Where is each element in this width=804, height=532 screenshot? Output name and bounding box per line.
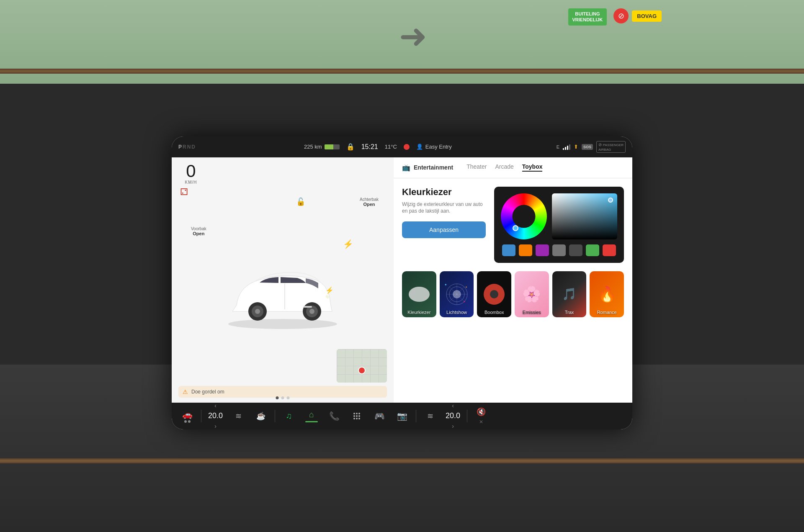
svg-text:✦: ✦ [463,300,466,303]
svg-text:✦: ✦ [465,286,467,288]
swatch-green[interactable] [586,244,599,256]
vol-x-mark: ✕ [479,419,483,425]
volume-button[interactable]: 🔇 ✕ [471,407,492,425]
easy-entry-text: Easy Entry [425,144,452,150]
entertainment-icon: 📺 [402,164,410,172]
lock-icon[interactable]: 🔒 [346,143,355,151]
svg-text:⚡: ⚡ [325,286,334,294]
cup-holder-button[interactable]: ☕ [250,411,271,421]
phone-icon: 📞 [329,411,340,421]
status-bar-center: 225 km 🔒 15:21 11°C 👤 Easy Entry [204,143,551,151]
map-thumbnail[interactable] [337,349,387,383]
airbag-icon: ⊘ PASSENGERAIRBAG [596,141,626,153]
toybox-item-trax[interactable]: 🎵 Trax [552,271,587,317]
signal-bar-1 [563,148,564,150]
cup-icon: ☕ [256,411,265,421]
toybox-item-emissies[interactable]: 🌸 Emissies [515,271,549,317]
prnd-text: P [178,144,183,150]
seat-heat-left-icon: ≋ [235,411,242,421]
kleurkiezer-desc: Wijzig de exterieurkleur van uw auto en … [402,201,486,215]
toybox-item-kleurkiezer[interactable]: Kleurkiezer [402,271,436,317]
swatch-red[interactable] [603,244,616,256]
more-button[interactable] [346,411,367,421]
sos-badge[interactable]: SOS [582,144,593,150]
swatch-gray[interactable] [552,244,566,256]
e-label: E [557,144,559,149]
temp-left-up[interactable]: › [214,423,216,429]
range-bar [325,144,340,149]
swatch-orange[interactable] [519,244,532,256]
speed-display: 0 KM/H [178,162,204,185]
toybox-item-romance[interactable]: 🔥 Romance [590,271,624,317]
color-wheel-wrap[interactable] [501,193,547,239]
swatch-purple[interactable] [536,244,549,256]
arrow-sign: ➜ [399,17,427,56]
tab-theater[interactable]: Theater [466,163,487,172]
temp-right-control[interactable]: ‹ 20.0 › [442,402,464,429]
swatch-darkgray[interactable] [569,244,582,256]
color-wheel[interactable] [501,193,547,239]
temp-left-down[interactable]: ‹ [214,402,216,409]
spotify-button[interactable]: ♫ [278,411,299,421]
temp-left-control[interactable]: ‹ 20.0 › [205,402,226,429]
temp-right-up[interactable]: › [452,423,454,429]
bottom-bar: 🚗 ‹ 20.0 › ≋ ☕ [172,403,632,429]
color-swatches [501,244,617,256]
games-button[interactable]: 🎮 [369,411,390,421]
seat-heat-left-button[interactable]: ≋ [228,411,249,421]
svg-text:✦: ✦ [444,283,447,287]
voorbak-label: Voorbak Open [191,226,206,236]
color-wheel-area [501,193,617,239]
record-dot[interactable] [404,144,410,150]
prnd-display: PRND [178,144,196,150]
tab-arcade[interactable]: Arcade [495,163,513,172]
left-panel: 0 KM/H ⚁ Voorbak Open Achterbak Open [172,157,394,403]
wood-trim-bottom [0,458,804,463]
svg-point-0 [228,319,337,329]
nav-home-button[interactable]: ⌂ [301,410,322,422]
toybox-boombox-label: Boombox [477,310,511,315]
sep-3 [416,410,416,422]
toybox-item-boombox[interactable]: Boombox [477,271,511,317]
svg-point-6 [309,309,314,314]
camera-button[interactable]: 📷 [392,411,412,421]
gradient-cursor [608,198,613,203]
aanpassen-button[interactable]: Aanpassen [402,221,486,238]
color-picker-area[interactable] [494,187,624,263]
no-sign-icon: ⊘ [613,8,629,23]
dot-1 [276,396,279,399]
color-gradient-box[interactable] [552,193,617,239]
toybox-item-lichtshow[interactable]: ✦ ✦ ✦ Lichtshow [440,271,474,317]
kleurkiezer-info: Kleurkiezer Wijzig de exterieurkleur van… [402,187,486,263]
wheel-cursor [513,225,518,231]
seat-heat-right-button[interactable]: ≋ [420,411,441,421]
main-content: 0 KM/H ⚁ Voorbak Open Achterbak Open [172,157,632,403]
kleurkiezer-title: Kleurkiezer [402,187,486,198]
car-sublabel [184,420,191,423]
car-icon: 🚗 [182,409,193,419]
status-bar: PRND 225 km 🔒 15:21 11°C 👤 Easy Entry [172,136,632,157]
warning-text: Doe gordel om [191,389,224,395]
temp-right-down[interactable]: ‹ [452,402,454,409]
speed-number: 0 [186,162,196,180]
temp-display: 11°C [385,144,397,150]
phone-button[interactable]: 📞 [324,411,345,421]
mute-icon: 🔇 [477,407,486,416]
swatch-blue[interactable] [502,244,515,256]
bovag-badge: BOVAG [632,10,662,22]
svg-rect-9 [304,306,312,308]
range-text: 225 km [304,144,322,150]
entertainment-header: 📺 Entertainment Theater Arcade Toybox [394,157,632,178]
signal-bar-4 [569,144,570,150]
camera-icon: 📷 [397,411,407,421]
tab-toybox[interactable]: Toybox [522,163,543,172]
svg-point-3 [255,309,260,314]
temp-right-value: 20.0 [446,411,460,420]
seat-heat-right-icon: ≋ [427,411,433,421]
entertainment-label: Entertainment [414,164,453,171]
bottom-car-button[interactable]: 🚗 [177,409,198,423]
time-display: 15:21 [361,143,378,151]
easy-entry[interactable]: 👤 Easy Entry [416,144,452,150]
sep-4 [467,410,467,422]
tab-nav: Theater Arcade Toybox [466,163,542,172]
